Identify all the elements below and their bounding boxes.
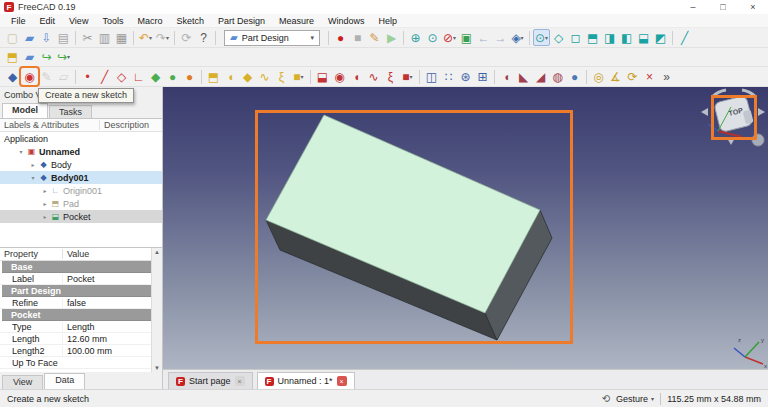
property-group-base[interactable]: Base	[2, 261, 162, 273]
dropdown-arrow-icon[interactable]: ▾	[410, 74, 413, 80]
create-part-button[interactable]: ⬒	[4, 49, 21, 66]
fit-selection-button[interactable]: ⊙	[424, 29, 441, 46]
property-group-part-design[interactable]: Part Design	[2, 285, 162, 297]
additive-pipe-button[interactable]: ∿	[256, 68, 273, 85]
create-group-button[interactable]: ▰	[21, 49, 38, 66]
tree-item-body[interactable]: ▸◆Body	[0, 158, 162, 171]
new-file-button[interactable]: ▢	[4, 29, 21, 46]
subtractive-primitive-button[interactable]: ■▾	[399, 68, 416, 85]
tree-expander-icon[interactable]: ▸	[28, 161, 38, 168]
menu-macro[interactable]: Macro	[130, 16, 169, 26]
multi-transform-button[interactable]: ⊞	[474, 68, 491, 85]
print-button[interactable]: ▤	[55, 29, 72, 46]
copy-button[interactable]: ▥	[96, 29, 113, 46]
tree-item-application[interactable]: Application	[0, 132, 162, 145]
menu-help[interactable]: Help	[372, 16, 405, 26]
column-description[interactable]: Description	[100, 120, 149, 130]
create-body-button[interactable]: ◆	[4, 68, 21, 85]
tree-expander-icon[interactable]: ▾	[16, 148, 26, 155]
thickness-button[interactable]: ◍	[549, 68, 566, 85]
property-row-type[interactable]: TypeLength	[0, 321, 162, 333]
cut-button[interactable]: ✂	[79, 29, 96, 46]
tree-expander-icon[interactable]: ▸	[40, 187, 50, 194]
fit-all-button[interactable]: ⊕	[407, 29, 424, 46]
menu-windows[interactable]: Windows	[321, 16, 372, 26]
macro-stop-button[interactable]: ■	[349, 29, 366, 46]
tree-expander-icon[interactable]: ▸	[40, 200, 50, 207]
clone-button[interactable]: ●	[164, 68, 181, 85]
tree-item-origin001[interactable]: ▸∟Origin001	[0, 184, 162, 197]
toolbar-overflow-button[interactable]: »	[658, 68, 675, 85]
property-value[interactable]: 12.60 mm	[62, 334, 162, 344]
clipping-plane-button[interactable]: ⊘▾	[441, 29, 458, 46]
pad-button[interactable]: ⬒	[205, 68, 222, 85]
refresh-button[interactable]: ⟳	[178, 29, 195, 46]
close-tab-icon[interactable]: ×	[235, 376, 245, 386]
property-value[interactable]: Length	[62, 322, 162, 332]
subtractive-helix-button[interactable]: ξ	[382, 68, 399, 85]
boolean-operation-button[interactable]: ●	[566, 68, 583, 85]
menu-part-design[interactable]: Part Design	[211, 16, 272, 26]
macro-record-button[interactable]: ●	[332, 29, 349, 46]
property-value[interactable]: 100.00 mm	[62, 346, 162, 356]
nav-back-button[interactable]: ←	[475, 29, 492, 46]
maximize-button[interactable]: □	[708, 0, 738, 14]
measure-angular-button[interactable]: ∡	[607, 68, 624, 85]
create-sketch-button[interactable]: ◉	[21, 68, 38, 85]
tree-item-body001[interactable]: ▾◆Body001	[0, 171, 162, 184]
scroll-down-icon[interactable]: ▼	[154, 365, 160, 371]
nav-forward-button[interactable]: →	[492, 29, 509, 46]
fillet-button[interactable]: ◖	[498, 68, 515, 85]
menu-tools[interactable]: Tools	[95, 16, 130, 26]
make-sub-link-button[interactable]: ↪▾	[55, 49, 72, 66]
mirrored-button[interactable]: ◫	[423, 68, 440, 85]
view-top-button[interactable]: ⬒	[584, 29, 601, 46]
make-link-button[interactable]: ↪	[38, 49, 55, 66]
datum-plane-button[interactable]: ◇	[113, 68, 130, 85]
dropdown-arrow-icon[interactable]: ▾	[166, 35, 169, 41]
undo-button[interactable]: ↶▾	[137, 29, 154, 46]
revolution-button[interactable]: ◖	[222, 68, 239, 85]
groove-button[interactable]: ◖	[348, 68, 365, 85]
property-row-length[interactable]: Length12.60 mm	[0, 333, 162, 345]
whats-this-button[interactable]: ?	[195, 29, 212, 46]
property-value[interactable]: false	[62, 298, 162, 308]
menu-sketch[interactable]: Sketch	[169, 16, 211, 26]
datum-point-button[interactable]: •	[79, 68, 96, 85]
paste-button[interactable]: ▦	[113, 29, 130, 46]
zoom-button[interactable]: ⊙▾	[533, 29, 550, 46]
axonometric-view-button[interactable]: ◈▾	[509, 29, 526, 46]
pocket-button[interactable]: ⬓	[314, 68, 331, 85]
chamfer-button[interactable]: ◣	[515, 68, 532, 85]
document-tab-unnamed-1[interactable]: FUnnamed : 1*×	[257, 372, 355, 389]
open-file-button[interactable]: ▰	[21, 29, 38, 46]
dropdown-arrow-icon[interactable]: ▾	[67, 54, 70, 60]
redo-button[interactable]: ↷▾	[154, 29, 171, 46]
view-right-button[interactable]: ◨	[601, 29, 618, 46]
view-front-button[interactable]: ◻	[567, 29, 584, 46]
view-isometric-button[interactable]: ◇	[550, 29, 567, 46]
navigation-style-selector[interactable]: Gesture ▾	[616, 394, 654, 404]
datum-line-button[interactable]: ╱	[96, 68, 113, 85]
sub-shape-binder-button[interactable]: ●	[181, 68, 198, 85]
tree-item-unnamed[interactable]: ▾▣Unnamed	[0, 145, 162, 158]
tab-view[interactable]: View	[2, 375, 43, 389]
property-row-length2[interactable]: Length2100.00 mm	[0, 345, 162, 357]
measure-linear-button[interactable]: ◎	[590, 68, 607, 85]
measure-refresh-button[interactable]: ⟳	[624, 68, 641, 85]
draw-style-button[interactable]: ▣	[458, 29, 475, 46]
tab-data[interactable]: Data	[44, 373, 85, 389]
tab-model[interactable]: Model	[2, 103, 48, 118]
tree-item-pad[interactable]: ▸⬒Pad	[0, 197, 162, 210]
menu-edit[interactable]: Edit	[33, 16, 63, 26]
view-left-button[interactable]: ◩	[652, 29, 669, 46]
dropdown-arrow-icon[interactable]: ▾	[453, 35, 456, 41]
view-rear-button[interactable]: ◧	[618, 29, 635, 46]
close-tab-icon[interactable]: ×	[337, 376, 347, 386]
column-value[interactable]: Value	[62, 249, 162, 259]
tree-item-pocket[interactable]: ▸⬓Pocket	[0, 210, 162, 223]
additive-loft-button[interactable]: ◆	[239, 68, 256, 85]
additive-helix-button[interactable]: ξ	[273, 68, 290, 85]
column-labels-attributes[interactable]: Labels & Attributes	[0, 120, 100, 130]
save-button[interactable]: ⇩	[38, 29, 55, 46]
